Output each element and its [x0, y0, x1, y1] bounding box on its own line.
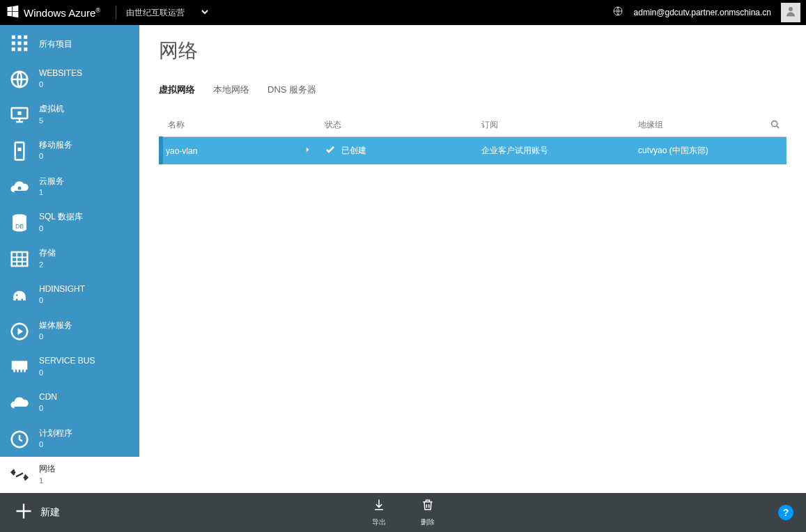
user-email[interactable]: admin@gdcutv.partner.onmschina.cn	[634, 8, 771, 17]
sidebar-item-hdinsight[interactable]: HDINSIGHT0	[0, 277, 139, 313]
sidebar-item-vm[interactable]: 虚拟机5	[0, 97, 139, 133]
sidebar-item-label: 存储	[39, 248, 56, 258]
table-icon	[7, 247, 32, 272]
sidebar-item-label: HDINSIGHT	[39, 284, 85, 294]
tab-local-network[interactable]: 本地网络	[213, 79, 249, 100]
svg-rect-4	[24, 36, 27, 39]
elephant-icon	[7, 283, 32, 308]
sidebar-item-label: 网络	[39, 464, 56, 474]
svg-marker-22	[18, 328, 24, 335]
sidebar-item-storage[interactable]: 存储2	[0, 241, 139, 277]
svg-rect-10	[24, 47, 27, 51]
sidebar-item-count: 1	[39, 187, 64, 198]
export-label: 导出	[372, 517, 386, 527]
expand-dropdown[interactable]	[194, 0, 215, 25]
sidebar-item-count: 0	[39, 331, 72, 342]
svg-rect-3	[18, 36, 22, 39]
sidebar-item-count: 1	[39, 476, 56, 486]
new-button[interactable]: 新建	[0, 493, 74, 532]
sidebar-item-label: 云服务	[39, 176, 64, 186]
col-name[interactable]: 名称	[161, 114, 318, 137]
sidebar-item-scheduler[interactable]: 计划程序0	[0, 421, 139, 457]
sidebar-item-label: 移动服务	[39, 140, 72, 150]
main-content: 网络 虚拟网络 本地网络 DNS 服务器 名称 状态 订阅 地缘组 yao-vl…	[139, 25, 806, 493]
download-icon	[372, 498, 386, 515]
check-icon	[325, 144, 336, 157]
svg-point-27	[772, 120, 777, 126]
sidebar: 所有项目 WEBSITES0 虚拟机5 移动服务0 云服务1 DB SQL 数据…	[0, 25, 139, 493]
sidebar-item-servicebus[interactable]: SERVICE BUS0	[0, 349, 139, 385]
network-icon	[7, 462, 32, 487]
svg-rect-9	[18, 47, 22, 51]
col-subscription[interactable]: 订阅	[474, 114, 631, 137]
sidebar-item-count: 0	[39, 439, 72, 450]
arrow-right-icon[interactable]	[301, 145, 311, 157]
svg-point-25	[13, 471, 16, 474]
person-icon	[784, 5, 797, 20]
svg-point-20	[16, 295, 18, 297]
sidebar-item-cloud[interactable]: 云服务1	[0, 169, 139, 205]
sidebar-item-label: SQL 数据库	[39, 212, 83, 221]
sidebar-item-sql[interactable]: DB SQL 数据库0	[0, 205, 139, 241]
row-group: cutvyao (中国东部)	[631, 137, 786, 165]
language-button[interactable]	[607, 6, 628, 19]
row-status: 已创建	[341, 145, 366, 157]
play-icon	[7, 319, 32, 344]
svg-rect-15	[18, 148, 22, 151]
new-label: 新建	[40, 506, 60, 519]
svg-rect-8	[12, 47, 15, 51]
grid-icon	[7, 31, 32, 56]
search-icon	[770, 121, 780, 131]
product-name: Windows Azure®	[24, 7, 100, 19]
avatar[interactable]	[781, 3, 800, 22]
svg-point-1	[789, 7, 793, 11]
sidebar-item-network[interactable]: 网络1	[0, 457, 139, 493]
svg-point-26	[24, 476, 26, 479]
col-status[interactable]: 状态	[318, 114, 474, 137]
svg-rect-13	[18, 111, 22, 115]
sidebar-item-count: 0	[39, 224, 83, 234]
table-row[interactable]: yao-vlan 已创建 企业客户试用账号 cutvyao (中国东部)	[161, 137, 786, 165]
sidebar-item-media[interactable]: 媒体服务0	[0, 313, 139, 350]
sidebar-item-label: 计划程序	[39, 428, 72, 438]
clock-icon	[7, 427, 32, 452]
sidebar-item-count: 5	[39, 116, 64, 126]
svg-rect-23	[13, 362, 26, 369]
col-search[interactable]	[764, 114, 786, 137]
sidebar-item-label: 虚拟机	[39, 104, 64, 114]
chevron-down-icon	[201, 6, 209, 19]
product-logo[interactable]: Windows Azure®	[0, 0, 106, 25]
delete-button[interactable]: 删除	[421, 498, 435, 527]
globe-icon	[7, 67, 32, 92]
plus-icon	[14, 501, 33, 524]
tabs: 虚拟网络 本地网络 DNS 服务器	[159, 79, 786, 101]
col-group[interactable]: 地缘组	[631, 114, 764, 137]
network-table: 名称 状态 订阅 地缘组 yao-vlan 已创建 企业客户试用账号 cutvy…	[159, 114, 786, 164]
sidebar-item-mobile[interactable]: 移动服务0	[0, 133, 139, 169]
header: Windows Azure® 由世纪互联运营 admin@gdcutv.part…	[0, 0, 806, 25]
page-title: 网络	[159, 38, 786, 64]
row-name: yao-vlan	[166, 146, 197, 156]
sidebar-item-count: 0	[39, 151, 72, 162]
sidebar-item-all[interactable]: 所有项目	[0, 25, 139, 61]
sidebar-item-label: WEBSITES	[39, 68, 82, 78]
divider	[116, 6, 116, 19]
sidebar-item-count: 0	[39, 295, 85, 306]
tab-dns-server[interactable]: DNS 服务器	[268, 79, 316, 100]
tab-virtual-network[interactable]: 虚拟网络	[159, 79, 195, 100]
svg-rect-5	[12, 41, 15, 45]
sidebar-item-count: 0	[39, 403, 57, 414]
sidebar-item-label: 媒体服务	[39, 320, 72, 330]
export-button[interactable]: 导出	[372, 498, 386, 527]
svg-rect-19	[12, 252, 28, 266]
bus-icon	[7, 354, 32, 380]
footer: 新建 导出 删除 ?	[0, 493, 806, 532]
sidebar-item-label: SERVICE BUS	[39, 356, 95, 366]
sidebar-item-count: 2	[39, 260, 56, 270]
sidebar-item-websites[interactable]: WEBSITES0	[0, 61, 139, 97]
sidebar-item-cdn[interactable]: CDN0	[0, 385, 139, 421]
mobile-icon	[7, 139, 32, 164]
help-button[interactable]: ?	[778, 505, 793, 520]
globe-icon	[612, 6, 623, 19]
header-user: admin@gdcutv.partner.onmschina.cn	[607, 0, 806, 25]
